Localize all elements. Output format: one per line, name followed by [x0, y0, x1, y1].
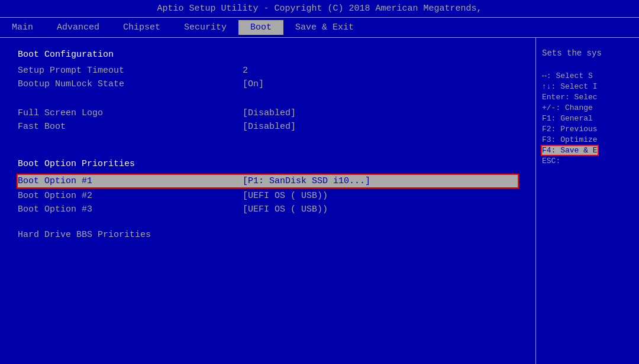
sidebar-top-text: Sets the sys — [542, 47, 633, 60]
menu-item-advanced[interactable]: Advanced — [45, 20, 111, 35]
help-item-2: Enter: Selec — [542, 93, 633, 102]
setup-prompt-value: 2 — [243, 66, 248, 76]
help-item-3: +/-: Change — [542, 103, 633, 112]
boot-option-3-value: [UEFI OS ( USB)) — [243, 204, 328, 214]
menu-item-security[interactable]: Security — [172, 20, 238, 35]
setup-prompt-row[interactable]: Setup Prompt Timeout 2 — [18, 66, 518, 76]
spacer2 — [18, 135, 518, 147]
spacer1 — [18, 93, 518, 105]
spacer4 — [18, 218, 518, 230]
menu-item-main[interactable]: Main — [0, 20, 45, 35]
full-screen-logo-label: Full Screen Logo — [18, 108, 243, 118]
boot-option-3-row[interactable]: Boot Option #3 [UEFI OS ( USB)) — [18, 204, 518, 214]
help-item-6: F3: Optimize — [542, 135, 633, 144]
setup-prompt-label: Setup Prompt Timeout — [18, 66, 243, 76]
boot-option-3-label: Boot Option #3 — [18, 204, 243, 214]
boot-option-1-label: Boot Option #1 — [18, 176, 243, 186]
help-item-1: ↑↓: Select I — [542, 82, 633, 91]
menu-item-chipset[interactable]: Chipset — [111, 20, 172, 35]
numlock-row[interactable]: Bootup NumLock State [On] — [18, 79, 518, 89]
boot-option-2-row[interactable]: Boot Option #2 [UEFI OS ( USB)) — [18, 191, 518, 201]
logo-boot-section: Full Screen Logo [Disabled] Fast Boot [D… — [18, 108, 518, 132]
boot-option-2-label: Boot Option #2 — [18, 191, 243, 201]
help-item-4: F1: General — [542, 114, 633, 123]
help-item-5: F2: Previous — [542, 125, 633, 134]
boot-option-1-row[interactable]: Boot Option #1 [P1: SanDisk SSD i10...] — [18, 175, 518, 187]
menu-item-boot[interactable]: Boot — [238, 20, 283, 35]
menu-item-save-exit[interactable]: Save & Exit — [283, 20, 366, 35]
f4-highlighted-text: F4: Save & E — [542, 146, 598, 155]
hard-drive-section: Hard Drive BBS Priorities — [18, 230, 518, 240]
fast-boot-label: Fast Boot — [18, 122, 243, 132]
boot-priorities-title: Boot Option Priorities — [18, 159, 518, 169]
boot-option-1-value: [P1: SanDisk SSD i10...] — [243, 176, 370, 186]
spacer3 — [18, 147, 518, 159]
fast-boot-row[interactable]: Fast Boot [Disabled] — [18, 122, 518, 132]
title-bar: Aptio Setup Utility - Copyright (C) 2018… — [0, 0, 639, 18]
boot-priorities-section: Boot Option Priorities Boot Option #1 [P… — [18, 159, 518, 214]
full-screen-logo-value: [Disabled] — [243, 108, 296, 118]
help-item-0: ↔: Select S — [542, 72, 633, 80]
content-wrapper: Boot Configuration Setup Prompt Timeout … — [0, 38, 639, 364]
main-content: Boot Configuration Setup Prompt Timeout … — [0, 38, 535, 364]
fast-boot-value: [Disabled] — [243, 122, 296, 132]
title-text: Aptio Setup Utility - Copyright (C) 2018… — [157, 4, 482, 14]
help-item-8: ESC: — [542, 157, 633, 165]
boot-config-title: Boot Configuration — [18, 50, 518, 60]
numlock-label: Bootup NumLock State — [18, 79, 243, 89]
numlock-value: [On] — [243, 79, 264, 89]
boot-option-2-value: [UEFI OS ( USB)) — [243, 191, 328, 201]
boot-configuration-section: Boot Configuration Setup Prompt Timeout … — [18, 50, 518, 89]
sidebar: Sets the sys ↔: Select S ↑↓: Select I En… — [535, 38, 639, 364]
help-item-7-f4: F4: Save & E — [542, 146, 633, 155]
full-screen-logo-row[interactable]: Full Screen Logo [Disabled] — [18, 108, 518, 118]
hard-drive-title[interactable]: Hard Drive BBS Priorities — [18, 230, 518, 240]
sidebar-help: ↔: Select S ↑↓: Select I Enter: Selec +/… — [542, 72, 633, 165]
menu-bar: Main Advanced Chipset Security Boot Save… — [0, 18, 639, 38]
